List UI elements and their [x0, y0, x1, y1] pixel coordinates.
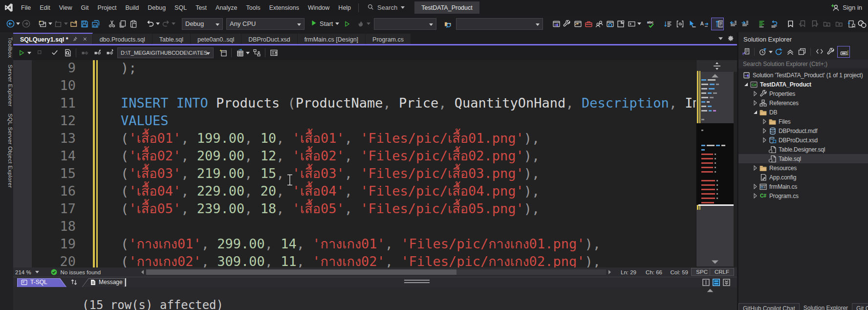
- expand-arrow-icon[interactable]: [751, 184, 759, 189]
- undo-button[interactable]: [145, 18, 155, 30]
- menu-file[interactable]: File: [17, 0, 35, 15]
- expand-arrow-icon[interactable]: [751, 100, 759, 106]
- se-properties-button[interactable]: [825, 46, 836, 58]
- close-icon[interactable]: [83, 37, 88, 43]
- tool-window-tab-git-ch[interactable]: Git Ch: [852, 303, 868, 310]
- team-explorer-window-button[interactable]: [572, 18, 583, 30]
- tree-item-program.cs[interactable]: C#Program.cs: [738, 191, 868, 200]
- window-group-dropdown-icon[interactable]: [637, 18, 642, 30]
- horizontal-scroll-thumb[interactable]: [146, 269, 456, 275]
- menu-tools[interactable]: Tools: [242, 0, 265, 15]
- tree-item-table.designer.sql[interactable]: Table.Designer.sql: [738, 145, 868, 154]
- minimap-viewport[interactable]: [696, 123, 734, 205]
- gear-icon[interactable]: [728, 35, 734, 42]
- add-new-item-dropdown-icon[interactable]: [64, 18, 68, 30]
- redo-dropdown-icon[interactable]: [171, 18, 176, 30]
- format-document-button[interactable]: [756, 18, 767, 30]
- message-scroll-up-arrow[interactable]: [706, 288, 715, 293]
- start-window-button[interactable]: [605, 18, 615, 30]
- expand-arrow-icon[interactable]: [751, 193, 759, 199]
- tool-tab-server-explorer[interactable]: Server Explorer: [0, 65, 13, 107]
- code-editor[interactable]: 91011121314151617181920 );INSERT INTO Pr…: [13, 60, 737, 267]
- live-share-button[interactable]: [594, 18, 605, 30]
- interactive-window-toggle[interactable]: [711, 18, 724, 30]
- copy-button[interactable]: [117, 18, 128, 30]
- menu-project[interactable]: Project: [93, 0, 121, 15]
- tree-item-dbproduct.xsd[interactable]: DBProDuct.xsd: [738, 135, 868, 145]
- start-debug-button[interactable]: Start: [309, 20, 335, 28]
- find-combo[interactable]: [456, 18, 543, 30]
- command-window-button[interactable]: [626, 18, 637, 30]
- start-dropdown-icon[interactable]: [335, 18, 340, 30]
- tree-item-db[interactable]: DB: [738, 108, 868, 117]
- menu-test[interactable]: Test: [191, 0, 211, 15]
- message-output-pane[interactable]: (15 row(s) affected): [13, 287, 737, 310]
- tool-window-tab-solution-explorer[interactable]: Solution Explorer: [800, 303, 852, 310]
- se-preview-selected-button[interactable]: [797, 46, 807, 58]
- swap-panes-icon[interactable]: [70, 279, 78, 288]
- tree-item-app.config[interactable]: App.config: [738, 173, 868, 182]
- display-hints-button[interactable]: [674, 18, 685, 30]
- se-collapse-all-button[interactable]: [785, 46, 796, 58]
- hot-reload-dropdown-icon[interactable]: [366, 18, 371, 30]
- paste-button[interactable]: [128, 18, 139, 30]
- collapse-arrow-icon[interactable]: [751, 110, 759, 114]
- sort-lines-button[interactable]: [662, 18, 673, 30]
- se-show-all-files-button[interactable]: [837, 46, 850, 58]
- solution-explorer-search[interactable]: Search Solution Explorer (Ctrl+;): [738, 60, 868, 68]
- properties-window-button[interactable]: [562, 18, 572, 30]
- tool-tab-toolbox[interactable]: Toolbox: [0, 37, 13, 58]
- copilot-button[interactable]: [856, 18, 867, 30]
- menu-window[interactable]: Window: [304, 0, 334, 15]
- scroll-down-arrow[interactable]: [710, 260, 720, 265]
- split-horizontal-button-active[interactable]: [713, 279, 720, 286]
- expand-arrow-icon[interactable]: [751, 91, 759, 96]
- navigate-to-button[interactable]: [687, 18, 697, 30]
- menu-git[interactable]: Git: [77, 0, 93, 15]
- se-filter-dropdown-icon[interactable]: [768, 46, 773, 58]
- se-refresh-button[interactable]: [773, 46, 784, 58]
- collapse-pane-button[interactable]: [723, 279, 730, 286]
- menu-analyze[interactable]: Analyze: [211, 0, 241, 15]
- menu-help[interactable]: Help: [334, 0, 355, 15]
- tree-item-frmmain.cs[interactable]: frmMain.cs: [738, 182, 868, 191]
- parse-query-button[interactable]: [49, 47, 60, 59]
- se-view-code-button[interactable]: [814, 46, 825, 58]
- schema-compare-button[interactable]: [251, 47, 262, 59]
- tree-item-solution-testdata-product-1-of-1-project-[interactable]: Solution 'TestDATA_Product' (1 of 1 proj…: [738, 70, 868, 80]
- open-file-button[interactable]: [68, 18, 79, 30]
- sign-in-button[interactable]: Sign in: [831, 0, 862, 15]
- tree-item-files[interactable]: Files: [738, 117, 868, 126]
- toolbox-window-button[interactable]: [583, 18, 594, 30]
- navigate-back-dropdown-icon[interactable]: [16, 18, 21, 30]
- zoom-level[interactable]: 214 %: [15, 269, 31, 275]
- start-without-debugging-button[interactable]: [342, 18, 352, 30]
- tab-list-dropdown-icon[interactable]: [718, 37, 723, 40]
- tsql-tab-content[interactable]: T-SQL: [21, 279, 47, 286]
- search-control[interactable]: Search: [362, 4, 411, 12]
- estimated-plan-button[interactable]: [62, 47, 73, 59]
- issues-status[interactable]: No issues found: [61, 269, 101, 275]
- intellisense-toggle-button[interactable]: [268, 47, 279, 59]
- expand-arrow-icon[interactable]: [760, 119, 768, 124]
- navigate-back-button[interactable]: [5, 18, 16, 30]
- tree-item-table.sql[interactable]: Table.sql: [738, 154, 868, 163]
- menu-build[interactable]: Build: [121, 0, 143, 15]
- tree-item-resources[interactable]: Resources: [738, 163, 868, 173]
- split-vertical-button[interactable]: [702, 279, 710, 286]
- horizontal-scrollbar[interactable]: [140, 269, 612, 275]
- expand-arrow-icon[interactable]: [760, 137, 768, 143]
- pin-icon[interactable]: [73, 37, 79, 43]
- new-project-dropdown-icon[interactable]: [48, 18, 53, 30]
- tool-tab-sql-server-object-explorer[interactable]: SQL Server Object Explorer: [0, 113, 13, 188]
- toggle-bookmark-button[interactable]: [785, 18, 796, 30]
- scroll-up-arrow[interactable]: [710, 73, 720, 78]
- minimap-scrollbar[interactable]: [696, 60, 737, 267]
- execute-dropdown-icon[interactable]: [27, 47, 32, 59]
- expand-arrow-icon[interactable]: [751, 165, 759, 171]
- connect-button[interactable]: [92, 47, 103, 59]
- decrease-indent-button[interactable]: [728, 18, 738, 30]
- collapse-arrow-icon[interactable]: [742, 82, 750, 87]
- rename-button[interactable]: A: [699, 18, 710, 30]
- find-in-files-button[interactable]: [442, 18, 453, 30]
